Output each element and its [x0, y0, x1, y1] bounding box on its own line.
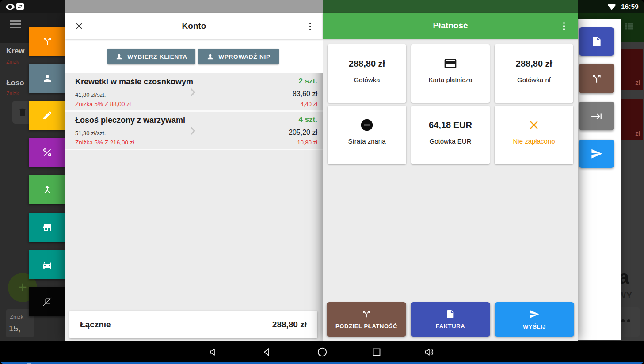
invoice-label: FAKTURA: [436, 323, 465, 330]
call-split-icon: [42, 36, 53, 46]
side-tile-split[interactable]: [29, 27, 65, 56]
total-row: Łącznie 288,80 zł: [69, 311, 317, 338]
call-merge-icon: [42, 184, 53, 195]
side-tile-delivery[interactable]: [29, 250, 65, 279]
payment-dialog: Płatność 288,80 zł Gotówka Karta płatnic…: [323, 13, 578, 341]
item-unit-price: 51,30 zł/szt.: [75, 130, 106, 136]
credit-card-icon: [443, 57, 457, 71]
item-quantity: 2 szt.: [298, 77, 317, 86]
total-value: 288,80 zł: [272, 320, 307, 330]
pay-tile-card[interactable]: Karta płatnicza: [411, 44, 490, 103]
swap-horizontal-icon: [16, 3, 24, 10]
wifi-icon: [607, 4, 616, 11]
side-tile-merge[interactable]: [29, 175, 65, 204]
tile-amount: 64,18 EUR: [429, 118, 472, 133]
tile-amount: 288,80 zł: [349, 56, 385, 71]
tile-label: Karta płatnicza: [428, 76, 472, 83]
chevron-right-icon: [185, 82, 201, 102]
item-unit-price: 41,80 zł/szt.: [75, 91, 106, 98]
konto-button-bar: WYBIERZ KLIENTA WPROWADŹ NIP: [65, 39, 323, 73]
status-bar-segment: [65, 0, 323, 13]
call-split-icon: [362, 309, 371, 319]
payment-tiles: 288,80 zł Gotówka Karta płatnicza 288,80…: [328, 44, 573, 164]
item-total: 205,20 zł: [289, 129, 317, 136]
select-client-label: WYBIERZ KLIENTA: [127, 53, 187, 60]
item-name: Krewetki w maśle czosnkowym: [75, 77, 193, 87]
close-icon: [527, 118, 541, 132]
send-icon: [591, 148, 603, 160]
side-tile-store[interactable]: [29, 213, 65, 242]
invoice-button[interactable]: [579, 27, 614, 56]
tile-amount: 288,80 zł: [516, 56, 552, 71]
status-bar-segment: [323, 0, 578, 13]
order-item-row[interactable]: Łosoś pieczony z warzywami 51,30 zł/szt.…: [65, 112, 323, 150]
bg-item-name: Łoso: [6, 79, 24, 87]
android-nav-bar: [0, 341, 644, 362]
pay-tile-not-paid[interactable]: Nie zapłacono: [495, 106, 573, 164]
call-split-icon: [591, 73, 602, 84]
side-tile-edit[interactable]: [29, 101, 65, 130]
enter-nip-button[interactable]: WPROWADŹ NIP: [198, 49, 279, 64]
back-icon[interactable]: [262, 346, 272, 358]
edit-icon: [42, 110, 53, 121]
bg-item-discount: Zniżk: [6, 59, 19, 65]
recents-icon[interactable]: [371, 346, 382, 358]
side-tile-void[interactable]: [29, 287, 65, 316]
side-tile-discount[interactable]: [29, 138, 65, 167]
send-icon: [529, 309, 540, 319]
order-item-row[interactable]: Krewetki w maśle czosnkowym 41,80 zł/szt…: [65, 73, 323, 112]
item-discount-value: 4,40 zł: [301, 101, 317, 107]
tile-label: Nie zapłacono: [513, 137, 555, 145]
skip-button[interactable]: [579, 102, 614, 130]
item-quantity: 4 szt.: [298, 115, 317, 124]
pay-tile-known-loss[interactable]: Strata znana: [328, 106, 406, 164]
split-payment-button[interactable]: PODZIEL PŁATNOŚĆ: [327, 302, 406, 337]
invoice-button[interactable]: FAKTURA: [411, 302, 490, 337]
screen: Krew Zniżk Łoso Zniżk + Zniżk 15, zł zł …: [0, 0, 644, 364]
item-discount: Zniżka 5% Z 88,00 zł: [75, 101, 131, 107]
pay-tile-cash[interactable]: 288,80 zł Gotówka: [328, 44, 406, 103]
document-icon: [446, 309, 455, 319]
send-button[interactable]: [579, 140, 614, 168]
split-payment-label: PODZIEL PŁATNOŚĆ: [335, 323, 397, 330]
trash-icon: [18, 107, 27, 117]
volume-up-icon[interactable]: [423, 346, 436, 358]
split-payment-button[interactable]: [579, 64, 614, 93]
bg-item-name: Krew: [6, 47, 25, 56]
side-tile-customer[interactable]: [29, 64, 65, 93]
home-icon[interactable]: [316, 346, 328, 358]
send-button[interactable]: WYŚLIJ: [495, 302, 574, 337]
car-icon: [42, 259, 53, 270]
volume-down-icon[interactable]: [209, 346, 220, 358]
percent-icon: [42, 147, 53, 158]
item-discount-value: 10,80 zł: [297, 139, 317, 146]
eye-icon: [5, 4, 15, 10]
bg-price-text: zł: [635, 129, 640, 137]
payment-title: Płatność: [323, 21, 578, 30]
tile-label: Gotówka EUR: [429, 137, 471, 145]
item-discount: Zniżka 5% Z 216,00 zł: [75, 139, 134, 146]
total-label: Łącznie: [80, 320, 111, 330]
store-icon: [42, 222, 53, 233]
konto-title: Konto: [65, 21, 323, 31]
select-client-button[interactable]: WYBIERZ KLIENTA: [107, 49, 195, 64]
menu-icon: [10, 20, 21, 28]
person-icon: [115, 53, 123, 61]
pay-tile-cash-nf[interactable]: 288,80 zł Gotówka nf: [495, 44, 573, 103]
overflow-menu-icon[interactable]: [563, 22, 565, 30]
more-dots-icon: [621, 319, 640, 322]
bg-item-discount: Zniżk: [6, 91, 19, 97]
bg-price-tile: zł: [621, 99, 643, 140]
bg-card-value: 15,: [9, 324, 34, 334]
strikethrough-glyph-icon: [41, 295, 54, 308]
pay-tile-cash-eur[interactable]: 64,18 EUR Gotówka EUR: [411, 106, 490, 164]
status-time: 16:59: [621, 3, 639, 10]
view-list-icon: [623, 20, 635, 32]
bg-price-text: zł: [635, 79, 640, 86]
person-icon: [42, 73, 53, 83]
overflow-menu-icon[interactable]: [309, 23, 311, 30]
payment-actions: PODZIEL PŁATNOŚĆ FAKTURA WYŚLIJ: [327, 302, 574, 337]
keyboard-tab-icon: [591, 110, 602, 122]
chevron-right-icon: [185, 121, 201, 141]
item-name: Łosoś pieczony z warzywami: [75, 116, 185, 125]
